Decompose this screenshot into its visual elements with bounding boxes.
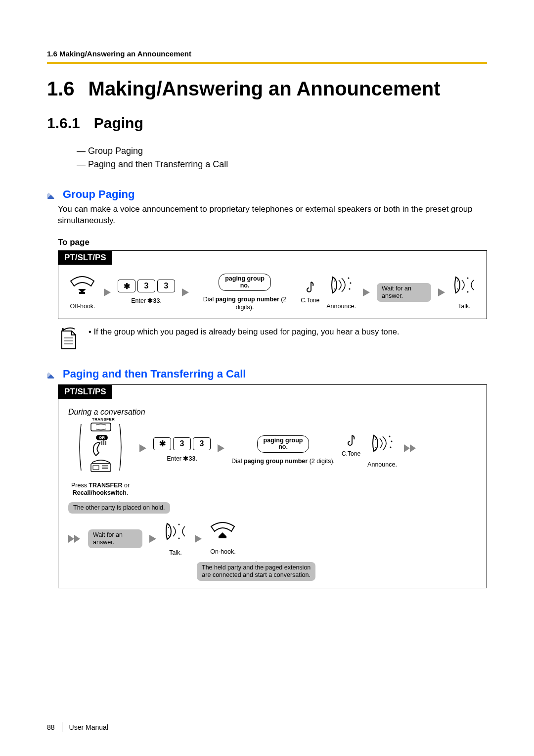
arrow-icon: [182, 288, 189, 296]
page-footer: 88 User Manual: [47, 722, 108, 732]
svg-point-30: [375, 439, 376, 440]
section-title: Group Paging: [63, 188, 134, 201]
step-dialcode: ✱ 3 3 Enter ✱33.: [118, 280, 175, 305]
footer-label: User Manual: [69, 723, 108, 731]
svg-point-34: [390, 446, 392, 448]
toc-item: Group Paging: [77, 144, 487, 158]
key-sequence: ✱ 3 3: [118, 280, 175, 292]
header-rule: [47, 62, 487, 64]
toc-list: Group Paging Paging and then Transferrin…: [77, 144, 487, 171]
arrow-icon: [363, 288, 370, 296]
step-announce: Announce.: [367, 432, 397, 469]
step-caption: Announce.: [326, 303, 356, 311]
step-onhook: On-hook.: [209, 521, 237, 556]
key-star: ✱: [118, 280, 135, 292]
or-badge: OR: [96, 435, 108, 440]
section-body: You can make a voice announcement to pro…: [58, 204, 487, 227]
step-transfer: TRANSFER OR Press TRANSFER or Recall/hoo…: [68, 420, 133, 497]
arrow-icon: [218, 444, 224, 452]
svg-rect-24: [93, 466, 99, 470]
transfer-key-label: TRANSFER: [92, 417, 115, 422]
step-talk: Talk.: [163, 520, 188, 557]
svg-rect-45: [219, 536, 226, 538]
svg-point-9: [349, 288, 351, 290]
key-sequence: ✱ 3 3: [153, 437, 211, 450]
svg-point-12: [457, 281, 458, 282]
handset-offhook-icon: [68, 274, 97, 298]
svg-marker-38: [74, 535, 80, 543]
svg-point-32: [389, 435, 391, 437]
paging-group-pill: paging group no.: [219, 274, 271, 291]
announce-icon: [370, 432, 395, 456]
talk-icon: [452, 274, 477, 298]
svg-point-43: [178, 537, 180, 539]
procedure-tab: PT/SLT/PS: [58, 251, 112, 265]
svg-point-13: [457, 288, 458, 289]
svg-marker-11: [438, 288, 445, 296]
arrow-icon: [139, 444, 146, 452]
key-3: 3: [137, 280, 155, 292]
procedure-box: PT/SLT/PS During a conversation: [58, 384, 487, 588]
diamond-bullet-icon: [47, 370, 58, 378]
step-announce: Announce.: [326, 274, 356, 311]
music-note-icon: [346, 434, 356, 449]
svg-point-42: [178, 523, 180, 525]
notepad-icon: [58, 326, 80, 353]
svg-marker-3: [104, 288, 111, 296]
svg-marker-39: [149, 535, 156, 543]
announce-icon: [329, 274, 354, 298]
svg-point-5: [334, 281, 335, 282]
page: 1.6 Making/Answering an Announcement 1.6…: [0, 0, 534, 756]
double-arrow-icon: [68, 535, 81, 543]
svg-marker-4: [182, 288, 189, 296]
step-caption: Talk.: [169, 549, 182, 557]
heading-1-number: 1.6: [47, 78, 75, 100]
heading-2-number: 1.6.1: [47, 115, 80, 132]
ctone-label: C.Tone: [301, 297, 319, 304]
svg-point-7: [348, 278, 350, 279]
svg-point-8: [350, 283, 352, 284]
transfer-options-icon: [78, 420, 123, 474]
step-caption: Talk.: [458, 303, 471, 311]
toc-item: Paging and then Transferring a Call: [77, 158, 487, 171]
double-arrow-icon: [404, 444, 417, 452]
arrow-icon: [438, 288, 445, 296]
procedure-subhead: To page: [58, 237, 487, 247]
svg-point-15: [467, 291, 469, 293]
handset-onhook-icon: [209, 521, 237, 543]
svg-marker-35: [404, 444, 410, 452]
step-caption: Announce.: [367, 461, 397, 469]
wait-bubble: Wait for an answer.: [377, 283, 431, 302]
heading-2: 1.6.1 Paging: [47, 115, 487, 132]
step-caption: Enter ✱33.: [131, 297, 162, 305]
step-caption: Dial paging group number (2 digits).: [231, 458, 335, 466]
section-header: Group Paging: [47, 188, 487, 201]
svg-marker-28: [139, 444, 146, 452]
heading-1-text: Making/Answering an Announcement: [89, 78, 441, 100]
key-3: 3: [173, 437, 191, 450]
section-title: Paging and then Transferring a Call: [63, 368, 246, 380]
section-header: Paging and then Transferring a Call: [47, 368, 487, 380]
paging-group-pill: paging group no.: [257, 435, 310, 453]
step-caption: Dial paging group number (2 digits).: [196, 296, 294, 311]
wait-bubble: Wait for an answer.: [88, 529, 142, 548]
diamond-bullet-icon: [47, 190, 58, 199]
procedure-box: PT/SLT/PS Off-hook. ✱ 3 3: [58, 250, 487, 319]
note-text: If the group which you paged is already …: [89, 326, 400, 337]
step-ctone: C.Tone: [301, 281, 319, 304]
step-caption: Off-hook.: [70, 303, 95, 311]
heading-2-text: Paging: [94, 115, 143, 132]
arrow-icon: [104, 288, 111, 296]
connect-bubble: The held party and the paged extension a…: [197, 562, 315, 581]
note-row: If the group which you paged is already …: [58, 326, 487, 353]
svg-point-40: [168, 527, 169, 528]
step-caption: Enter ✱33.: [167, 455, 197, 463]
key-3: 3: [193, 437, 211, 450]
hold-bubble: The other party is placed on hold.: [68, 502, 170, 514]
svg-marker-29: [218, 444, 224, 452]
svg-marker-10: [363, 288, 370, 296]
procedure-tab: PT/SLT/PS: [58, 385, 112, 399]
page-number: 88: [47, 723, 55, 731]
context-label: During a conversation: [68, 408, 477, 417]
running-head: 1.6 Making/Answering an Announcement: [47, 49, 487, 58]
